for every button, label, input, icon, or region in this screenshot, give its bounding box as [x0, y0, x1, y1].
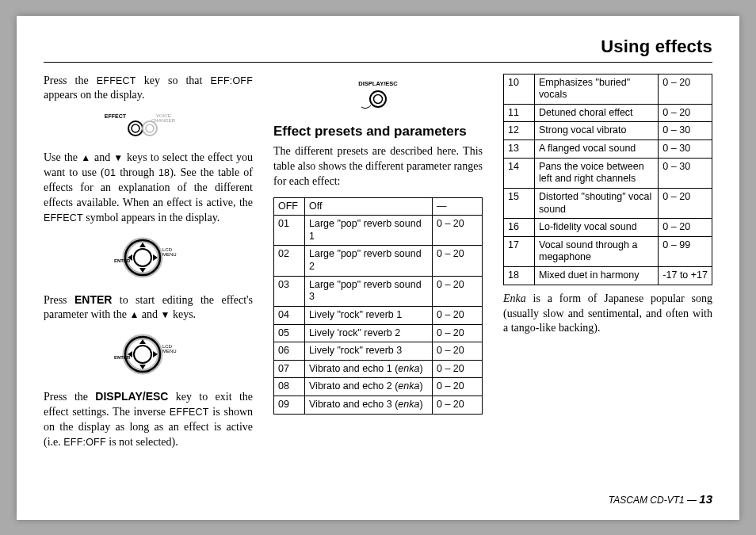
effect-number: 03: [274, 276, 305, 306]
table-row: 06Lively "rock" reverb 30 – 20: [274, 342, 483, 361]
table-row: 10Emphasizes "buried" vocals0 – 20: [504, 74, 712, 104]
enka-term: Enka: [503, 292, 526, 304]
table-row: 04Lively "rock" reverb 10 – 20: [274, 306, 483, 324]
effect-key-label: EFFECT: [97, 75, 136, 86]
effect-number: 17: [504, 236, 535, 266]
figure-label-changer: CHANGER: [151, 118, 176, 123]
table-row: 02Large "pop" reverb sound 20 – 20: [274, 246, 483, 276]
product-label: TASCAM CD-VT1 —: [609, 495, 699, 506]
code-01: 01: [105, 167, 116, 178]
effect-description: Lively "rock" reverb 3: [305, 342, 433, 361]
effect-range: 0 – 30: [659, 158, 712, 188]
effect-number: 11: [504, 104, 535, 122]
para-3: Press ENTER to start editing the effect'…: [44, 292, 253, 323]
column-1: Press the EFFECT key so that EFF:OFF app…: [44, 74, 253, 458]
text: key so that: [136, 75, 211, 86]
table-row: OFFOff—: [274, 197, 483, 216]
svg-marker-7: [139, 243, 146, 247]
table-row: 14Pans the voice between left and right …: [504, 158, 712, 188]
effect-number: 16: [504, 219, 535, 237]
effect-description: Mixed duet in harmony: [535, 267, 659, 285]
effect-description: Emphasizes "buried" vocals: [535, 74, 659, 104]
text: through: [116, 166, 158, 178]
para-2: Use the ▲ and ▼ keys to select the effec…: [44, 151, 253, 225]
effect-range: 0 – 20: [433, 276, 483, 306]
effect-description: Vibrato and echo 2 (enka): [305, 378, 433, 396]
title-rule: [44, 62, 712, 63]
svg-point-6: [134, 249, 151, 266]
text: keys.: [170, 308, 196, 320]
effect-number: 15: [504, 188, 535, 218]
display-esc-fig-label: DISPLAY/ESC: [358, 80, 398, 87]
up-arrow-icon: ▲: [129, 309, 139, 320]
down-arrow-icon: ▼: [161, 309, 170, 320]
effect-range: 0 – 20: [433, 342, 483, 361]
table-row: 03Large "pop" reverb sound 30 – 20: [274, 276, 483, 306]
figure-joystick-1: LCD MENU ENTER: [44, 234, 253, 285]
effect-range: 0 – 30: [659, 122, 712, 140]
enka-note: Enka is a form of Japanese popular song …: [503, 292, 712, 337]
effect-range: 0 – 30: [659, 140, 712, 159]
svg-point-3: [146, 124, 154, 132]
table-row: 07Vibrato and echo 1 (enka)0 – 20: [274, 360, 483, 378]
table-row: 01Large "pop" reverb sound 10 – 20: [274, 216, 483, 246]
effect-description: Large "pop" reverb sound 1: [305, 216, 433, 246]
svg-point-19: [374, 94, 383, 103]
effect-description: Vocal sound through a megaphone: [535, 236, 659, 266]
effect-range: 0 – 20: [433, 396, 483, 415]
display-esc-key-label: DISPLAY/ESC: [95, 390, 168, 403]
effect-range: 0 – 99: [659, 236, 712, 266]
text: appears on the display.: [44, 89, 144, 101]
svg-marker-17: [153, 351, 158, 357]
effect-number: 12: [504, 122, 535, 140]
effect-number: 02: [274, 246, 305, 276]
enter-label: ENTER: [114, 258, 131, 263]
figure-effect-button: EFFECT VOICE CHANGER: [44, 111, 253, 143]
effect-number: 18: [504, 267, 535, 285]
svg-point-18: [370, 91, 386, 107]
effoff-label: EFF:OFF: [211, 75, 253, 86]
table-row: 16Lo-fidelity vocal sound0 – 20: [504, 219, 712, 237]
figure-joystick-2: LCD MENU ENTER: [44, 331, 253, 381]
effect-description: Lively "rock" reverb 1: [305, 306, 433, 324]
text: Press the: [44, 391, 95, 403]
table-row: 18Mixed duet in harmony-17 to +17: [504, 267, 712, 285]
effect-range: 0 – 20: [659, 74, 712, 104]
menu-label: MENU: [162, 252, 177, 257]
effect-description: Vibrato and echo 3 (enka): [305, 396, 433, 415]
column-2: DISPLAY/ESC Effect presets and parameter…: [273, 74, 483, 458]
svg-point-2: [143, 121, 157, 136]
text: Press: [44, 294, 74, 306]
enter-key-label: ENTER: [74, 293, 112, 306]
effect-range: 0 – 20: [659, 188, 712, 218]
effect-description: Detuned choral effect: [535, 104, 659, 122]
effect-number: OFF: [274, 197, 305, 216]
table-row: 12Strong vocal vibrato0 – 30: [504, 122, 712, 140]
effects-table-part-1: OFFOff—01Large "pop" reverb sound 10 – 2…: [273, 197, 483, 415]
menu-label: MENU: [162, 349, 177, 353]
effect-number: 13: [504, 140, 535, 159]
effect-range: 0 – 20: [433, 324, 483, 342]
page-number: 13: [699, 492, 712, 506]
effect-inverse-label: EFFECT: [170, 407, 209, 418]
page-footer: TASCAM CD-VT1 — 13: [609, 492, 712, 506]
text: and: [139, 308, 160, 320]
effect-description: Lively 'rock" reverb 2: [305, 324, 433, 342]
section-heading: Effect presets and parameters: [273, 124, 483, 139]
svg-marker-15: [139, 365, 146, 369]
effect-number: 09: [274, 396, 305, 415]
svg-point-0: [128, 121, 143, 136]
text: is not selected).: [106, 436, 178, 448]
text: and: [91, 151, 114, 163]
section-intro: The different presets are described here…: [273, 144, 483, 189]
effect-range: 0 – 20: [433, 306, 483, 324]
effect-description: Distorted "shouting" vocal sound: [535, 188, 659, 218]
effect-description: Strong vocal vibrato: [535, 122, 659, 140]
effect-description: Lo-fidelity vocal sound: [535, 219, 659, 237]
effect-number: 05: [274, 324, 305, 342]
text: is a form of Japanese popular song (usua…: [503, 292, 712, 334]
effect-description: Vibrato and echo 1 (enka): [305, 360, 433, 378]
effect-number: 14: [504, 158, 535, 188]
effect-number: 04: [274, 306, 305, 324]
effect-range: 0 – 20: [433, 378, 483, 396]
